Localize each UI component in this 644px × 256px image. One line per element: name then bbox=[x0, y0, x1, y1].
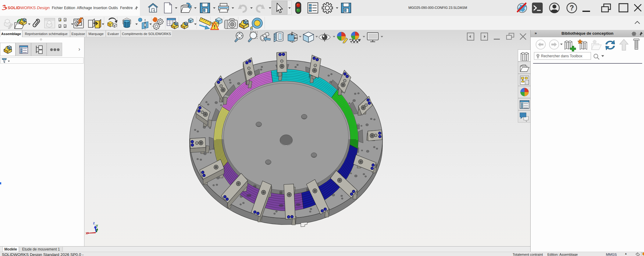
svg-text:?: ? bbox=[570, 4, 574, 12]
svg-text:z: z bbox=[93, 221, 95, 225]
svg-text:!: ! bbox=[214, 24, 215, 30]
svg-text:SOLIDWORKS Design: SOLIDWORKS Design bbox=[8, 5, 50, 10]
